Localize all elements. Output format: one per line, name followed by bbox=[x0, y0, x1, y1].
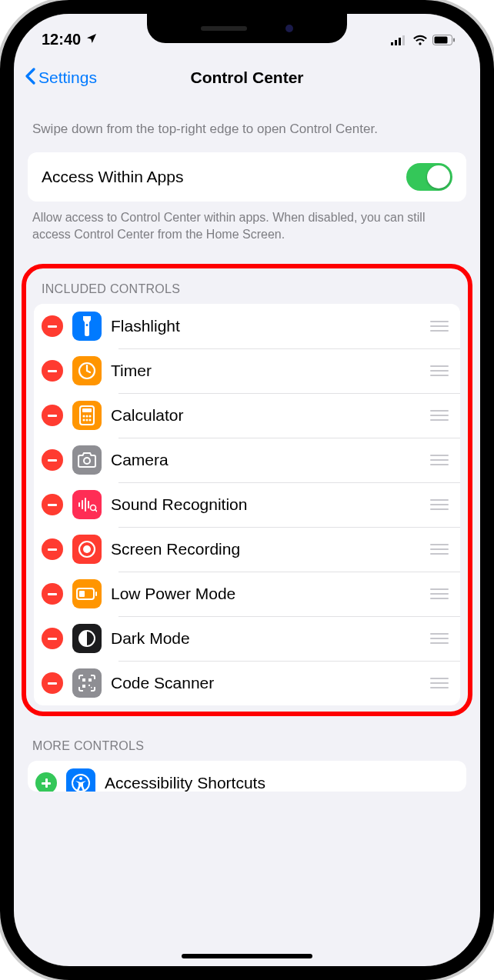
svg-rect-31 bbox=[82, 685, 85, 688]
svg-point-10 bbox=[83, 415, 85, 418]
remove-button[interactable] bbox=[42, 628, 63, 649]
back-label: Settings bbox=[38, 68, 97, 87]
access-within-apps-group: Access Within Apps bbox=[28, 152, 466, 202]
battery-icon bbox=[432, 35, 456, 45]
svg-rect-6 bbox=[453, 38, 455, 42]
reorder-handle[interactable] bbox=[428, 410, 451, 421]
control-row-screen-recording: Screen Recording bbox=[34, 527, 460, 572]
svg-rect-17 bbox=[78, 502, 80, 507]
svg-rect-20 bbox=[88, 501, 89, 508]
control-label: Low Power Mode bbox=[111, 585, 428, 603]
remove-button[interactable] bbox=[42, 494, 63, 515]
control-label: Code Scanner bbox=[111, 674, 428, 692]
control-row-accessibility-shortcuts: Accessibility Shortcuts bbox=[28, 761, 466, 792]
svg-rect-2 bbox=[399, 38, 401, 45]
svg-rect-19 bbox=[85, 498, 86, 512]
access-footer-note: Allow access to Control Center within ap… bbox=[14, 202, 480, 264]
control-label: Sound Recognition bbox=[111, 495, 428, 514]
remove-button[interactable] bbox=[42, 449, 63, 471]
svg-rect-9 bbox=[82, 408, 92, 412]
back-button[interactable]: Settings bbox=[25, 68, 97, 88]
reorder-handle[interactable] bbox=[428, 544, 451, 555]
status-time: 12:40 bbox=[42, 31, 81, 48]
svg-rect-26 bbox=[79, 591, 85, 597]
control-label: Timer bbox=[111, 362, 428, 380]
home-indicator[interactable] bbox=[182, 954, 312, 958]
reorder-handle[interactable] bbox=[428, 499, 451, 510]
included-controls-header: INCLUDED CONTROLS bbox=[31, 270, 463, 304]
control-row-calculator: Calculator bbox=[34, 393, 460, 438]
timer-icon bbox=[72, 356, 102, 385]
control-row-timer: Timer bbox=[34, 348, 460, 393]
access-within-apps-row: Access Within Apps bbox=[28, 152, 466, 202]
reorder-handle[interactable] bbox=[428, 455, 451, 465]
control-label: Screen Recording bbox=[111, 540, 428, 558]
svg-point-15 bbox=[89, 419, 92, 422]
control-row-code-scanner: Code Scanner bbox=[34, 661, 460, 705]
svg-rect-1 bbox=[395, 40, 397, 45]
svg-point-13 bbox=[83, 419, 85, 422]
hint-text: Swipe down from the top-right edge to op… bbox=[14, 99, 480, 152]
control-row-dark-mode: Dark Mode bbox=[34, 616, 460, 661]
chevron-left-icon bbox=[25, 68, 35, 88]
remove-button[interactable] bbox=[42, 583, 63, 605]
camera-icon bbox=[72, 445, 102, 475]
control-row-camera: Camera bbox=[34, 438, 460, 482]
access-label: Access Within Apps bbox=[42, 168, 406, 186]
control-row-low-power-mode: Low Power Mode bbox=[34, 572, 460, 616]
control-row-sound-recognition: Sound Recognition bbox=[34, 482, 460, 527]
screen: 12:40 Se bbox=[14, 14, 480, 966]
add-button[interactable] bbox=[35, 772, 57, 792]
nav-bar: Settings Control Center bbox=[14, 56, 480, 99]
svg-point-12 bbox=[89, 415, 92, 418]
calculator-icon bbox=[72, 401, 102, 430]
svg-rect-27 bbox=[95, 592, 97, 596]
control-row-flashlight: Flashlight bbox=[34, 304, 460, 348]
settings-content[interactable]: Swipe down from the top-right edge to op… bbox=[14, 99, 480, 792]
included-controls-list: Flashlight Timer bbox=[34, 304, 460, 705]
svg-rect-29 bbox=[82, 678, 85, 682]
cellular-icon bbox=[391, 35, 408, 45]
svg-point-16 bbox=[84, 458, 90, 464]
svg-rect-18 bbox=[82, 500, 83, 509]
control-label: Flashlight bbox=[111, 317, 428, 335]
location-icon bbox=[85, 31, 98, 48]
remove-button[interactable] bbox=[42, 672, 63, 694]
wifi-icon bbox=[412, 35, 428, 45]
more-controls-header: MORE CONTROLS bbox=[14, 716, 480, 761]
svg-rect-5 bbox=[435, 36, 448, 43]
svg-rect-32 bbox=[88, 685, 90, 686]
svg-rect-3 bbox=[402, 35, 405, 45]
screen-recording-icon bbox=[72, 535, 102, 564]
svg-point-35 bbox=[79, 777, 82, 780]
remove-button[interactable] bbox=[42, 405, 63, 426]
remove-button[interactable] bbox=[42, 315, 63, 337]
svg-rect-30 bbox=[88, 678, 92, 682]
annotation-highlight: INCLUDED CONTROLS Flashlight bbox=[22, 264, 472, 716]
access-toggle[interactable] bbox=[406, 163, 452, 191]
control-label: Dark Mode bbox=[111, 629, 428, 648]
remove-button[interactable] bbox=[42, 360, 63, 382]
more-controls-list: Accessibility Shortcuts bbox=[28, 761, 466, 792]
code-scanner-icon bbox=[72, 668, 102, 698]
reorder-handle[interactable] bbox=[428, 588, 451, 599]
flashlight-icon bbox=[72, 312, 102, 341]
reorder-handle[interactable] bbox=[428, 321, 451, 332]
svg-point-24 bbox=[83, 545, 91, 553]
reorder-handle[interactable] bbox=[428, 365, 451, 376]
svg-point-14 bbox=[86, 419, 88, 422]
sound-recognition-icon bbox=[72, 490, 102, 519]
low-power-icon bbox=[72, 579, 102, 608]
phone-frame: 12:40 Se bbox=[0, 0, 494, 980]
dark-mode-icon bbox=[72, 624, 102, 653]
svg-rect-33 bbox=[91, 687, 92, 688]
control-label: Camera bbox=[111, 451, 428, 469]
remove-button[interactable] bbox=[42, 538, 63, 560]
svg-rect-0 bbox=[391, 42, 393, 45]
control-label: Calculator bbox=[111, 406, 428, 425]
reorder-handle[interactable] bbox=[428, 633, 451, 644]
svg-point-11 bbox=[86, 415, 88, 418]
svg-line-22 bbox=[95, 510, 98, 512]
reorder-handle[interactable] bbox=[428, 678, 451, 688]
accessibility-icon bbox=[66, 768, 95, 792]
